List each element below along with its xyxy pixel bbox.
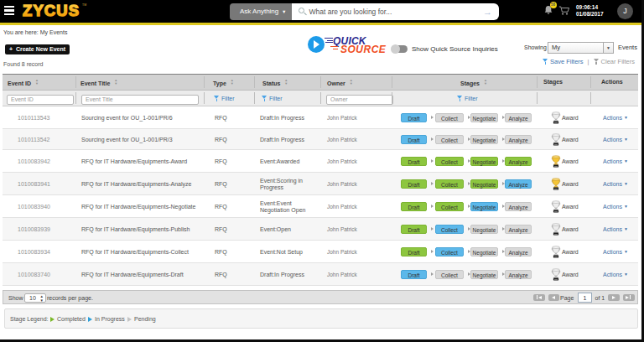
svg-text:TM: TM xyxy=(82,3,86,7)
svg-text:ZYCUS: ZYCUS xyxy=(23,2,80,19)
